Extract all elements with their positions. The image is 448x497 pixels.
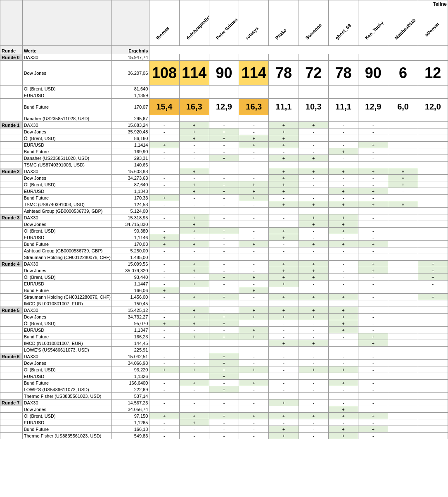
player-score-cell — [299, 347, 328, 353]
table-row: Runde 5DAX3015.425,12-+-++++- — [0, 307, 448, 314]
player-score-cell: + — [388, 168, 418, 175]
ergebnis-header — [112, 0, 149, 46]
runde-cell: Runde 3 — [0, 214, 23, 221]
player-score-cell: + — [328, 314, 358, 320]
table-row: Thermo Fisher (US8835561023, USD)537,14 — [0, 393, 448, 400]
player-score-cell — [388, 261, 418, 267]
player-score-cell: - — [239, 234, 269, 241]
player-score-cell — [418, 400, 448, 406]
werte-cell: TSMC (US8740391003, USD) — [22, 162, 112, 168]
player-score-cell — [388, 307, 418, 314]
player-score-cell: + — [269, 314, 299, 320]
player-score-cell: - — [209, 433, 239, 439]
table-row: Dow Jones34.066,98--+----- — [0, 360, 448, 366]
player-score-cell — [388, 92, 418, 99]
player-name-petergrimes: Peter Grimes — [215, 17, 238, 40]
player-score-cell: - — [239, 281, 269, 287]
player-score-cell: - — [269, 386, 299, 393]
player-score-cell — [418, 175, 448, 181]
runde-cell — [0, 135, 23, 142]
player-score-cell — [239, 86, 269, 92]
player-score-cell — [388, 426, 418, 433]
player-score-cell: - — [239, 148, 269, 155]
player-score-cell — [418, 366, 448, 373]
player-score-cell — [209, 393, 239, 400]
table-row: EUR/USD1,1265-+------ — [0, 419, 448, 426]
player-score-cell — [358, 86, 388, 92]
player-score-cell: - — [328, 353, 358, 360]
player-score-cell: - — [299, 181, 328, 188]
player-score-cell: - — [269, 287, 299, 294]
ergebnis-cell: 93,440 — [112, 274, 149, 281]
player-score-cell: + — [328, 406, 358, 413]
ergebnis-cell: 1.456,00 — [112, 294, 149, 300]
player-score-cell: + — [269, 155, 299, 162]
player-score-cell — [149, 115, 179, 122]
player-score-cell: - — [358, 122, 388, 128]
runde-cell — [0, 419, 23, 426]
table-row: Bund Future166,6400-+-+--+- — [0, 380, 448, 386]
ergebnis-cell: 537,14 — [112, 393, 149, 400]
player-score-cell: + — [358, 340, 388, 347]
player-score-cell — [388, 247, 418, 254]
player-score-cell — [388, 148, 418, 155]
player-score-cell: + — [179, 333, 209, 340]
player-score-cell: - — [299, 380, 328, 386]
runde-cell — [0, 148, 23, 155]
player-score-cell: - — [209, 281, 239, 287]
player-score-cell: - — [149, 433, 179, 439]
table-row: Danaher (US2358511028, USD)293,31--+-++-… — [0, 155, 448, 162]
werte-cell: LOWE'S (US5486611073, USD) — [22, 386, 112, 393]
runde-cell — [0, 241, 23, 247]
player-score-cell: - — [269, 366, 299, 373]
player-score-cell: + — [269, 181, 299, 188]
player-score-cell: - — [269, 406, 299, 413]
player-score-cell — [388, 386, 418, 393]
table-row: Dow Jones35.920,48-++-+--- — [0, 128, 448, 135]
ergebnis-cell: 34.715,830 — [112, 221, 149, 228]
player-score-cell: - — [239, 128, 269, 135]
player-score-cell: - — [149, 314, 179, 320]
player-score-cell: - — [239, 122, 269, 128]
player-score-cell: + — [269, 188, 299, 195]
player-score-cell: - — [388, 188, 418, 195]
player-score-cell — [388, 340, 418, 347]
player-score-cell: - — [328, 175, 358, 181]
player-score-cell: 6 — [388, 61, 418, 86]
player-header-ghost69: ghost_69 — [328, 0, 358, 46]
table-row: Bund Future170,33+--+---- — [0, 195, 448, 201]
player-score-cell — [209, 54, 239, 61]
player-score-cell — [388, 314, 418, 320]
runde-cell — [0, 162, 23, 168]
player-score-cell: - — [209, 247, 239, 254]
player-score-cell: + — [179, 380, 209, 386]
player-score-cell: - — [179, 155, 209, 162]
table-row: Bund Future166,23-+++---+ — [0, 333, 448, 340]
player-score-cell: + — [358, 333, 388, 340]
player-score-cell: - — [239, 320, 269, 327]
player-score-cell: - — [179, 360, 209, 366]
player-score-cell: - — [179, 195, 209, 201]
player-score-cell — [149, 92, 179, 99]
ergebnis-cell: 150,45 — [112, 300, 149, 307]
player-score-cell: + — [209, 188, 239, 195]
table-row: LOWE'S (US5486611073, USD)222,69--+----- — [0, 386, 448, 393]
player-score-cell: + — [179, 261, 209, 267]
player-score-cell — [358, 208, 388, 214]
player-score-cell: - — [239, 353, 269, 360]
player-score-cell: - — [209, 380, 239, 386]
player-score-cell: + — [179, 267, 209, 274]
table-row: Öl (Brent, USD)81,640 — [0, 86, 448, 92]
player-score-cell: 114 — [179, 61, 209, 86]
player-score-cell — [418, 148, 448, 155]
runde-cell: Runde 7 — [0, 400, 23, 406]
player-score-cell — [418, 406, 448, 413]
table-row: Öl (Brent, USD)90,380-++-+-+- — [0, 228, 448, 234]
player-score-cell — [328, 86, 358, 92]
table-row: Straumann Holding (CH0012280076, CHF)1.4… — [0, 294, 448, 300]
player-score-cell: - — [149, 148, 179, 155]
player-score-cell — [328, 393, 358, 400]
player-score-cell — [239, 393, 269, 400]
player-score-cell — [388, 294, 418, 300]
player-score-cell: + — [239, 287, 269, 294]
